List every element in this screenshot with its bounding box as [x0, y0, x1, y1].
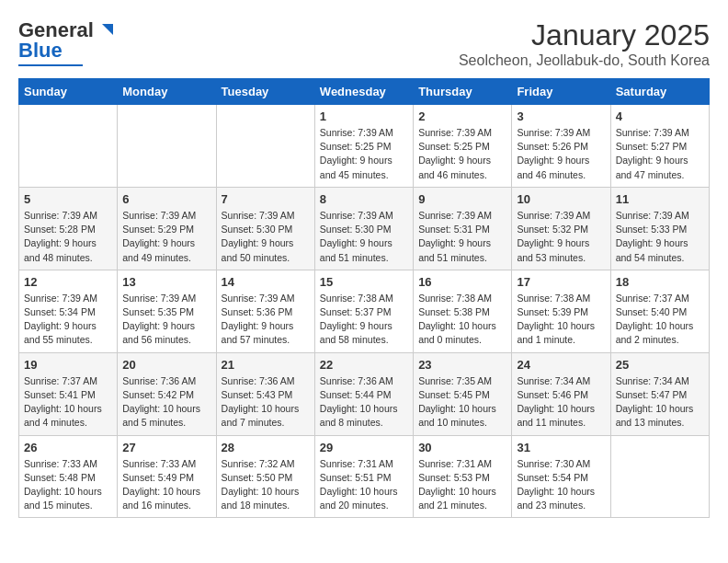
calendar-cell: 29Sunrise: 7:31 AM Sunset: 5:51 PM Dayli…	[314, 435, 413, 518]
calendar-cell: 12Sunrise: 7:39 AM Sunset: 5:34 PM Dayli…	[19, 270, 118, 352]
calendar-week-row: 26Sunrise: 7:33 AM Sunset: 5:48 PM Dayli…	[19, 435, 710, 518]
day-info: Sunrise: 7:39 AM Sunset: 5:30 PM Dayligh…	[222, 209, 310, 265]
day-number: 3	[517, 109, 605, 123]
day-info: Sunrise: 7:33 AM Sunset: 5:48 PM Dayligh…	[24, 457, 112, 513]
day-number: 5	[24, 192, 112, 206]
day-info: Sunrise: 7:35 AM Sunset: 5:45 PM Dayligh…	[418, 374, 506, 431]
calendar-cell	[118, 105, 216, 188]
day-number: 22	[320, 358, 408, 372]
calendar-cell: 4Sunrise: 7:39 AM Sunset: 5:27 PM Daylig…	[610, 105, 709, 188]
day-number: 15	[320, 275, 408, 289]
day-info: Sunrise: 7:36 AM Sunset: 5:42 PM Dayligh…	[122, 374, 210, 431]
calendar-cell: 28Sunrise: 7:32 AM Sunset: 5:50 PM Dayli…	[216, 435, 314, 518]
day-info: Sunrise: 7:38 AM Sunset: 5:37 PM Dayligh…	[320, 292, 408, 348]
calendar-cell: 31Sunrise: 7:30 AM Sunset: 5:54 PM Dayli…	[512, 435, 610, 518]
day-number: 23	[418, 358, 506, 372]
calendar-cell: 13Sunrise: 7:39 AM Sunset: 5:35 PM Dayli…	[118, 270, 216, 352]
day-info: Sunrise: 7:36 AM Sunset: 5:43 PM Dayligh…	[222, 374, 310, 431]
calendar-cell: 30Sunrise: 7:31 AM Sunset: 5:53 PM Dayli…	[414, 435, 512, 518]
day-number: 7	[222, 192, 310, 206]
calendar-cell: 7Sunrise: 7:39 AM Sunset: 5:30 PM Daylig…	[216, 187, 314, 270]
calendar-cell: 22Sunrise: 7:36 AM Sunset: 5:44 PM Dayli…	[314, 352, 413, 435]
weekday-header: Wednesday	[314, 79, 413, 105]
day-info: Sunrise: 7:32 AM Sunset: 5:50 PM Dayligh…	[222, 457, 310, 513]
day-number: 31	[517, 441, 605, 454]
day-number: 9	[418, 192, 506, 206]
day-number: 8	[320, 192, 408, 206]
day-info: Sunrise: 7:34 AM Sunset: 5:47 PM Dayligh…	[616, 374, 704, 431]
title-block: January 2025 Seolcheon, Jeollabuk-do, So…	[459, 18, 710, 69]
day-info: Sunrise: 7:39 AM Sunset: 5:34 PM Dayligh…	[24, 292, 112, 348]
day-info: Sunrise: 7:30 AM Sunset: 5:54 PM Dayligh…	[517, 457, 605, 513]
calendar-cell: 27Sunrise: 7:33 AM Sunset: 5:49 PM Dayli…	[118, 435, 216, 518]
calendar-week-row: 1Sunrise: 7:39 AM Sunset: 5:25 PM Daylig…	[19, 105, 710, 188]
calendar-week-row: 19Sunrise: 7:37 AM Sunset: 5:41 PM Dayli…	[19, 352, 710, 435]
calendar-cell: 8Sunrise: 7:39 AM Sunset: 5:30 PM Daylig…	[314, 187, 413, 270]
day-number: 12	[24, 275, 112, 289]
calendar-cell: 25Sunrise: 7:34 AM Sunset: 5:47 PM Dayli…	[610, 352, 709, 435]
day-number: 17	[517, 275, 605, 289]
weekday-header: Monday	[118, 79, 216, 105]
calendar-cell: 6Sunrise: 7:39 AM Sunset: 5:29 PM Daylig…	[118, 187, 216, 270]
day-number: 19	[24, 358, 112, 372]
day-number: 13	[122, 275, 210, 289]
day-info: Sunrise: 7:34 AM Sunset: 5:46 PM Dayligh…	[517, 374, 605, 431]
calendar-cell: 3Sunrise: 7:39 AM Sunset: 5:26 PM Daylig…	[512, 105, 610, 188]
page-title: January 2025	[459, 18, 710, 52]
day-number: 2	[418, 109, 506, 123]
day-info: Sunrise: 7:39 AM Sunset: 5:26 PM Dayligh…	[517, 126, 605, 182]
weekday-header: Saturday	[610, 79, 709, 105]
day-info: Sunrise: 7:39 AM Sunset: 5:29 PM Dayligh…	[122, 209, 210, 265]
calendar-cell	[610, 435, 709, 518]
day-info: Sunrise: 7:37 AM Sunset: 5:40 PM Dayligh…	[616, 292, 704, 348]
logo-icon	[95, 20, 115, 40]
calendar-table: SundayMondayTuesdayWednesdayThursdayFrid…	[18, 78, 710, 518]
logo-underline	[18, 64, 83, 66]
day-info: Sunrise: 7:38 AM Sunset: 5:38 PM Dayligh…	[418, 292, 506, 348]
day-info: Sunrise: 7:33 AM Sunset: 5:49 PM Dayligh…	[122, 457, 210, 513]
day-number: 26	[24, 441, 112, 454]
calendar-cell: 10Sunrise: 7:39 AM Sunset: 5:32 PM Dayli…	[512, 187, 610, 270]
calendar-cell: 11Sunrise: 7:39 AM Sunset: 5:33 PM Dayli…	[610, 187, 709, 270]
day-number: 4	[616, 109, 704, 123]
day-info: Sunrise: 7:37 AM Sunset: 5:41 PM Dayligh…	[24, 374, 112, 431]
day-info: Sunrise: 7:31 AM Sunset: 5:53 PM Dayligh…	[418, 457, 506, 513]
page-subtitle: Seolcheon, Jeollabuk-do, South Korea	[459, 52, 710, 69]
day-info: Sunrise: 7:39 AM Sunset: 5:36 PM Dayligh…	[222, 292, 310, 348]
calendar-header-row: SundayMondayTuesdayWednesdayThursdayFrid…	[19, 79, 710, 105]
calendar-cell: 9Sunrise: 7:39 AM Sunset: 5:31 PM Daylig…	[414, 187, 512, 270]
day-info: Sunrise: 7:39 AM Sunset: 5:30 PM Dayligh…	[320, 209, 408, 265]
day-number: 29	[320, 441, 408, 454]
day-info: Sunrise: 7:39 AM Sunset: 5:32 PM Dayligh…	[517, 209, 605, 265]
calendar-cell: 1Sunrise: 7:39 AM Sunset: 5:25 PM Daylig…	[314, 105, 413, 188]
calendar-week-row: 12Sunrise: 7:39 AM Sunset: 5:34 PM Dayli…	[19, 270, 710, 352]
day-number: 1	[320, 109, 408, 123]
calendar-week-row: 5Sunrise: 7:39 AM Sunset: 5:28 PM Daylig…	[19, 187, 710, 270]
calendar-cell: 19Sunrise: 7:37 AM Sunset: 5:41 PM Dayli…	[19, 352, 118, 435]
day-info: Sunrise: 7:39 AM Sunset: 5:25 PM Dayligh…	[418, 126, 506, 182]
day-info: Sunrise: 7:39 AM Sunset: 5:28 PM Dayligh…	[24, 209, 112, 265]
day-info: Sunrise: 7:39 AM Sunset: 5:25 PM Dayligh…	[320, 126, 408, 182]
calendar-cell: 20Sunrise: 7:36 AM Sunset: 5:42 PM Dayli…	[118, 352, 216, 435]
calendar-cell	[216, 105, 314, 188]
day-number: 6	[122, 192, 210, 206]
day-info: Sunrise: 7:39 AM Sunset: 5:31 PM Dayligh…	[418, 209, 506, 265]
day-info: Sunrise: 7:38 AM Sunset: 5:39 PM Dayligh…	[517, 292, 605, 348]
page-header: General Blue January 2025 Seolcheon, Jeo…	[18, 18, 710, 69]
svg-marker-0	[102, 24, 113, 35]
day-number: 20	[122, 358, 210, 372]
day-number: 30	[418, 441, 506, 454]
calendar-cell: 23Sunrise: 7:35 AM Sunset: 5:45 PM Dayli…	[414, 352, 512, 435]
day-info: Sunrise: 7:36 AM Sunset: 5:44 PM Dayligh…	[320, 374, 408, 431]
calendar-cell: 26Sunrise: 7:33 AM Sunset: 5:48 PM Dayli…	[19, 435, 118, 518]
day-info: Sunrise: 7:31 AM Sunset: 5:51 PM Dayligh…	[320, 457, 408, 513]
day-number: 11	[616, 192, 704, 206]
calendar-cell: 14Sunrise: 7:39 AM Sunset: 5:36 PM Dayli…	[216, 270, 314, 352]
calendar-cell: 24Sunrise: 7:34 AM Sunset: 5:46 PM Dayli…	[512, 352, 610, 435]
day-number: 16	[418, 275, 506, 289]
logo-blue-text: Blue	[18, 39, 63, 63]
day-info: Sunrise: 7:39 AM Sunset: 5:27 PM Dayligh…	[616, 126, 704, 182]
weekday-header: Friday	[512, 79, 610, 105]
day-number: 25	[616, 358, 704, 372]
day-number: 27	[122, 441, 210, 454]
